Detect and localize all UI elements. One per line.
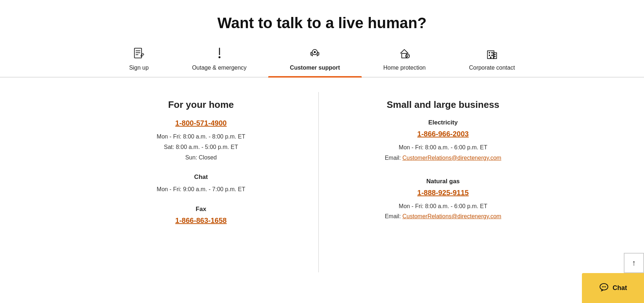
tab-corporate-label: Corporate contact: [469, 65, 515, 71]
natural-gas-label: Natural gas: [348, 178, 539, 185]
svg-point-7: [314, 51, 316, 53]
natural-gas-email-link[interactable]: CustomerRelations@directenergy.com: [402, 213, 501, 219]
natural-gas-phone-link[interactable]: 1-888-925-9115: [348, 189, 539, 197]
chat-widget[interactable]: Chat: [582, 273, 644, 303]
electricity-section: Electricity 1-866-966-2003 Mon - Fri: 8:…: [348, 119, 539, 163]
fax-section: Fax 1-866-863-1658: [105, 206, 297, 225]
outage-icon: [213, 47, 226, 62]
corporate-icon: [486, 47, 499, 62]
svg-rect-15: [491, 55, 493, 56]
tab-signup[interactable]: Sign up: [108, 43, 170, 77]
svg-rect-17: [494, 54, 496, 55]
svg-rect-18: [494, 56, 496, 57]
natural-gas-email-prefix: Email:: [385, 213, 402, 219]
svg-point-5: [218, 56, 220, 58]
home-hours: Mon - Fri: 8:00 a.m. - 8:00 p.m. ET Sat:…: [105, 132, 297, 163]
left-panel: For your home 1-800-571-4900 Mon - Fri: …: [84, 92, 319, 272]
chat-label: Chat: [105, 174, 297, 181]
home-icon: [398, 47, 411, 62]
chat-hours: Mon - Fri: 9:00 a.m. - 7:00 p.m. ET: [105, 184, 297, 195]
fax-label: Fax: [105, 206, 297, 213]
tab-navigation: Sign up Outage & emergency Customer supp…: [0, 43, 644, 78]
signup-icon: [132, 47, 145, 62]
natural-gas-hours-text: Mon - Fri: 8:00 a.m. - 6:00 p.m. ET: [399, 203, 487, 209]
main-content: For your home 1-800-571-4900 Mon - Fri: …: [69, 92, 575, 272]
svg-rect-14: [489, 55, 490, 56]
tab-support-label: Customer support: [290, 65, 340, 71]
svg-point-22: [605, 286, 606, 287]
svg-rect-16: [490, 57, 491, 58]
support-icon: [308, 47, 321, 62]
chat-widget-label: Chat: [613, 284, 627, 292]
electricity-email-prefix: Email:: [385, 155, 402, 161]
tab-home-label: Home protection: [383, 65, 426, 71]
natural-gas-section: Natural gas 1-888-925-9115 Mon - Fri: 8:…: [348, 178, 539, 222]
chat-section: Chat Mon - Fri: 9:00 a.m. - 7:00 p.m. ET: [105, 174, 297, 195]
electricity-phone-link[interactable]: 1-866-966-2003: [348, 130, 539, 138]
natural-gas-hours: Mon - Fri: 8:00 a.m. - 6:00 p.m. ET Emai…: [348, 201, 539, 222]
svg-point-21: [604, 286, 605, 287]
tab-outage[interactable]: Outage & emergency: [170, 43, 268, 77]
tab-customer-support[interactable]: Customer support: [268, 43, 362, 77]
tab-corporate[interactable]: Corporate contact: [447, 43, 536, 77]
fax-phone-link[interactable]: 1-866-863-1658: [105, 216, 297, 225]
tab-outage-label: Outage & emergency: [192, 65, 247, 71]
left-panel-title: For your home: [105, 99, 297, 110]
tab-home-protection[interactable]: Home protection: [362, 43, 447, 77]
svg-rect-0: [134, 48, 142, 58]
electricity-label: Electricity: [348, 119, 539, 126]
page-title: Want to talk to a live human?: [0, 0, 644, 43]
svg-point-20: [602, 286, 603, 287]
right-panel: Small and large business Electricity 1-8…: [319, 92, 561, 272]
home-hours-sat: Sat: 8:00 a.m. - 5:00 p.m. ET: [164, 144, 238, 150]
scroll-to-top-button[interactable]: ↑: [624, 253, 644, 273]
home-hours-sun: Sun: Closed: [185, 154, 217, 161]
chat-bubble-icon: [599, 282, 609, 294]
home-hours-weekday: Mon - Fri: 8:00 a.m. - 8:00 p.m. ET: [157, 133, 245, 140]
electricity-hours: Mon - Fri: 8:00 a.m. - 6:00 p.m. ET Emai…: [348, 142, 539, 163]
home-phone-link[interactable]: 1-800-571-4900: [105, 119, 297, 127]
right-panel-title: Small and large business: [348, 99, 539, 110]
tab-signup-label: Sign up: [129, 65, 149, 71]
svg-rect-12: [489, 52, 490, 53]
svg-rect-13: [491, 52, 493, 53]
electricity-hours-text: Mon - Fri: 8:00 a.m. - 6:00 p.m. ET: [399, 144, 487, 150]
chevron-up-icon: ↑: [632, 258, 636, 268]
electricity-email-link[interactable]: CustomerRelations@directenergy.com: [402, 155, 501, 161]
